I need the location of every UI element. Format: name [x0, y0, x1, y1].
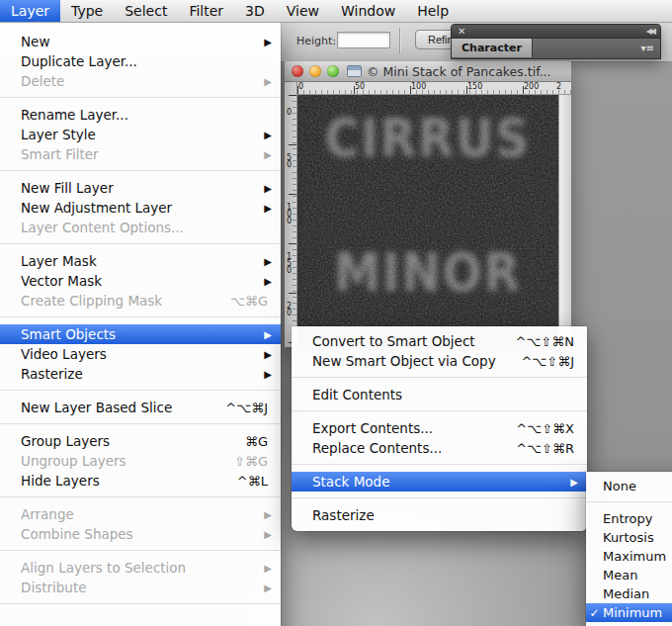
shortcut-label: ^⌥⇧⌘J — [521, 354, 587, 369]
shortcut-label: ⌥⌘G — [230, 294, 281, 309]
menu-item-label: Layer Style — [21, 127, 264, 142]
menu-item-label: Rasterize — [21, 366, 264, 382]
menu-item-layer-style[interactable]: Layer Style▶ — [0, 125, 281, 144]
menubar-item-layer[interactable]: Layer — [0, 0, 60, 22]
menu-item-label: Smart Filter — [21, 146, 264, 162]
close-icon[interactable]: ✕ — [458, 27, 465, 37]
noise-overlay — [297, 95, 558, 347]
character-panel: ✕ ◀◀ Character ▾≡ — [451, 24, 661, 59]
menu-separator — [0, 550, 281, 551]
minimize-traffic-light[interactable] — [309, 65, 321, 77]
menu-separator — [0, 97, 281, 98]
menu-item-label: Vector Mask — [21, 273, 264, 289]
menu-item-smart-objects[interactable]: Smart Objects▶ — [0, 324, 281, 344]
menubar-item-select[interactable]: Select — [114, 0, 178, 22]
menu-item-entropy[interactable]: Entropy — [586, 509, 672, 528]
menu-item-label: New Adjustment Layer — [21, 200, 264, 216]
menu-item-label: Arrange — [21, 506, 264, 522]
submenu-arrow-icon: ▶ — [264, 276, 281, 287]
menu-item-kurtosis[interactable]: Kurtosis — [586, 528, 672, 547]
height-label: Height: — [296, 35, 336, 47]
tab-character[interactable]: Character — [452, 39, 533, 57]
menu-item-convert-to-smart-object[interactable]: Convert to Smart Object^⌥⇧⌘N — [292, 331, 587, 351]
shortcut-label: ^⌥⇧⌘X — [516, 421, 587, 436]
menubar-item-view[interactable]: View — [276, 0, 330, 22]
menu-item-duplicate-layer[interactable]: Duplicate Layer... — [0, 51, 281, 71]
shortcut-label: ^⌥⌘J — [225, 401, 281, 415]
menu-item-vector-mask[interactable]: Vector Mask▶ — [0, 271, 281, 291]
submenu-arrow-icon: ▶ — [264, 183, 281, 194]
menu-item-rasterize[interactable]: Rasterize▶ — [0, 364, 281, 384]
menu-item-new[interactable]: New▶ — [0, 32, 281, 51]
menu-item-hide-layers[interactable]: Hide Layers^⌘L — [0, 471, 281, 491]
menu-separator — [0, 243, 281, 244]
horizontal-ruler: 0501001502002 — [297, 82, 571, 95]
menu-item-label: None — [603, 479, 672, 493]
vertical-ruler: 05010015020 — [285, 95, 297, 347]
submenu-arrow-icon: ▶ — [264, 37, 281, 47]
menu-item-export-contents[interactable]: Export Contents...^⌥⇧⌘X — [292, 418, 587, 438]
collapse-panel-icon[interactable]: ◀◀ — [646, 27, 654, 36]
menu-item-label: Kurtosis — [603, 530, 672, 545]
menu-item-minimum[interactable]: ✓Minimum — [586, 603, 672, 622]
menu-separator — [0, 423, 281, 424]
character-panel-header: ✕ ◀◀ — [452, 25, 660, 39]
menu-item-layer-mask[interactable]: Layer Mask▶ — [0, 251, 281, 271]
menubar-item-filter[interactable]: Filter — [178, 0, 234, 22]
document-window: © Mini Stack of Pancakes.tif... 05010015… — [285, 61, 571, 346]
panel-menu-icon[interactable]: ▾≡ — [635, 39, 660, 57]
menu-bar: LayerTypeSelectFilter3DViewWindowHelp — [0, 0, 672, 23]
menu-item-none[interactable]: None — [586, 477, 672, 495]
ruler-label: 0 — [287, 109, 292, 116]
menu-item-label: Maximum — [603, 549, 672, 564]
menu-item-video-layers[interactable]: Video Layers▶ — [0, 344, 281, 364]
submenu-arrow-icon: ▶ — [264, 563, 281, 574]
menubar-item-type[interactable]: Type — [60, 0, 114, 22]
menu-item-new-layer-based-slice[interactable]: New Layer Based Slice^⌥⌘J — [0, 398, 281, 417]
height-input[interactable] — [337, 32, 390, 48]
ruler-label: 50 — [355, 82, 365, 91]
vertical-scrollbar[interactable] — [558, 95, 571, 347]
shortcut-label: ^⌥⇧⌘N — [516, 334, 588, 349]
menu-item-label: Stack Mode — [312, 474, 570, 490]
menu-item-median[interactable]: Median — [586, 584, 672, 603]
checkmark-icon: ✓ — [586, 606, 603, 620]
options-divider — [399, 28, 400, 53]
menu-item-replace-contents[interactable]: Replace Contents...^⌥⇧⌘R — [292, 438, 587, 458]
smart-objects-submenu: Convert to Smart Object^⌥⇧⌘NNew Smart Ob… — [292, 326, 587, 531]
menu-item-new-smart-object-via-copy[interactable]: New Smart Object via Copy^⌥⇧⌘J — [292, 351, 587, 371]
menu-item-rasterize[interactable]: Rasterize — [292, 505, 587, 525]
close-traffic-light[interactable] — [292, 65, 303, 77]
document-icon — [347, 65, 362, 77]
submenu-arrow-icon: ▶ — [264, 529, 281, 540]
menu-separator — [586, 501, 672, 502]
menu-item-label: Edit Contents — [312, 387, 587, 402]
menu-item-new-adjustment-layer[interactable]: New Adjustment Layer▶ — [0, 198, 281, 218]
menu-item-edit-contents[interactable]: Edit Contents — [292, 385, 587, 404]
menubar-item-help[interactable]: Help — [406, 0, 460, 22]
canvas[interactable]: CIRRUS MINOR — [297, 95, 558, 347]
photoshop-screen: AGORA UNPROTECTED Height: Refine Edge...… — [0, 0, 672, 626]
menu-item-rename-layer[interactable]: Rename Layer... — [0, 105, 281, 125]
ruler-label: 0 — [298, 82, 303, 91]
menu-item-label: Hide Layers — [21, 473, 237, 489]
menu-item-combine-shapes: Combine Shapes▶ — [0, 524, 281, 544]
menu-item-group-layers[interactable]: Group Layers⌘G — [0, 431, 281, 451]
ruler-label: 20 — [287, 303, 292, 316]
document-title: © Mini Stack of Pancakes.tif... — [367, 64, 551, 79]
menu-item-new-fill-layer[interactable]: New Fill Layer▶ — [0, 178, 281, 198]
document-titlebar[interactable]: © Mini Stack of Pancakes.tif... — [285, 61, 571, 82]
menu-item-stack-mode[interactable]: Stack Mode▶ — [292, 472, 587, 492]
submenu-arrow-icon: ▶ — [264, 130, 281, 140]
shortcut-label: ⇧⌘G — [234, 454, 281, 469]
menu-item-ungroup-layers: Ungroup Layers⇧⌘G — [0, 451, 281, 471]
submenu-arrow-icon: ▶ — [264, 369, 281, 380]
menu-item-maximum[interactable]: Maximum — [586, 547, 672, 566]
zoom-traffic-light[interactable] — [327, 65, 339, 77]
menubar-item-3d[interactable]: 3D — [234, 0, 276, 22]
menu-item-label: Layer Content Options... — [21, 220, 281, 235]
layer-menu: New▶Duplicate Layer...Delete▶Rename Laye… — [0, 22, 281, 626]
menubar-item-window[interactable]: Window — [330, 0, 406, 22]
menu-item-label: Rasterize — [312, 507, 587, 523]
menu-item-mean[interactable]: Mean — [586, 566, 672, 584]
